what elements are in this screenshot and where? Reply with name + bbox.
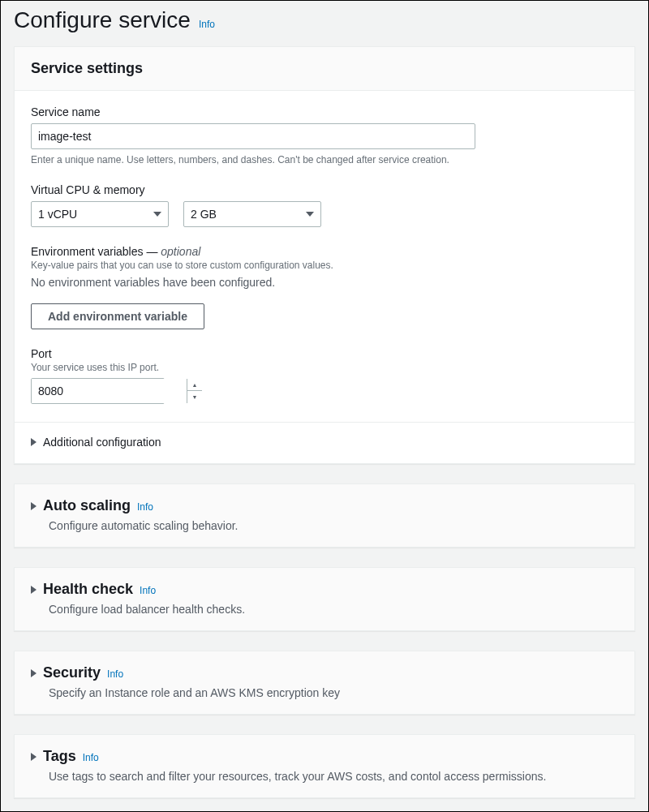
info-link[interactable]: Info	[83, 752, 99, 763]
service-settings-title: Service settings	[31, 60, 618, 77]
page-title: Configure service	[14, 7, 191, 33]
auto-scaling-toggle[interactable]: Auto scaling Info	[31, 497, 618, 514]
service-name-input[interactable]	[31, 123, 475, 149]
auto-scaling-title: Auto scaling	[43, 497, 131, 514]
health-check-title: Health check	[43, 581, 133, 598]
svg-marker-0	[153, 212, 161, 217]
auto-scaling-description: Configure automatic scaling behavior.	[49, 519, 618, 532]
service-settings-header: Service settings	[15, 47, 634, 91]
triangle-right-icon	[31, 438, 37, 446]
health-check-toggle[interactable]: Health check Info	[31, 581, 618, 598]
memory-select[interactable]: 2 GB	[183, 201, 321, 227]
cpu-select-value: 1 vCPU	[38, 208, 77, 221]
service-settings-panel: Service settings Service name Enter a un…	[14, 46, 635, 464]
health-check-description: Configure load balancer health checks.	[49, 603, 618, 616]
env-vars-hint: Key-value pairs that you can use to stor…	[31, 260, 618, 271]
port-hint: Your service uses this IP port.	[31, 362, 618, 373]
port-increment-button[interactable]: ▲	[187, 379, 202, 391]
port-input[interactable]	[32, 379, 187, 403]
additional-config-label: Additional configuration	[43, 436, 161, 449]
service-name-hint: Enter a unique name. Use letters, number…	[31, 154, 618, 165]
triangle-right-icon	[31, 753, 37, 761]
tags-description: Use tags to search and filter your resou…	[49, 770, 618, 783]
port-decrement-button[interactable]: ▼	[187, 391, 202, 403]
cpu-select[interactable]: 1 vCPU	[31, 201, 169, 227]
triangle-right-icon	[31, 669, 37, 677]
health-check-panel: Health check Info Configure load balance…	[14, 567, 635, 631]
service-name-label: Service name	[31, 105, 618, 118]
tags-title: Tags	[43, 748, 76, 765]
caret-down-icon	[306, 212, 314, 217]
info-link[interactable]: Info	[199, 19, 215, 30]
tags-toggle[interactable]: Tags Info	[31, 748, 618, 765]
info-link[interactable]: Info	[107, 668, 123, 680]
optional-text: optional	[161, 245, 200, 258]
security-description: Specify an Instance role and an AWS KMS …	[49, 686, 618, 699]
cpu-memory-label: Virtual CPU & memory	[31, 183, 618, 196]
info-link[interactable]: Info	[137, 501, 153, 513]
security-panel: Security Info Specify an Instance role a…	[14, 651, 635, 715]
port-label: Port	[31, 347, 618, 360]
triangle-right-icon	[31, 586, 37, 594]
tags-panel: Tags Info Use tags to search and filter …	[14, 734, 635, 798]
env-vars-empty: No environment variables have been confi…	[31, 276, 618, 289]
auto-scaling-panel: Auto scaling Info Configure automatic sc…	[14, 483, 635, 548]
svg-marker-1	[306, 212, 314, 217]
info-link[interactable]: Info	[140, 585, 156, 596]
caret-down-icon	[153, 212, 161, 217]
security-toggle[interactable]: Security Info	[31, 664, 618, 681]
memory-select-value: 2 GB	[191, 208, 217, 221]
triangle-right-icon	[31, 502, 37, 510]
additional-config-toggle[interactable]: Additional configuration	[15, 422, 634, 463]
add-env-var-button[interactable]: Add environment variable	[31, 303, 204, 329]
env-vars-label: Environment variables — optional	[31, 245, 618, 258]
security-title: Security	[43, 664, 101, 681]
